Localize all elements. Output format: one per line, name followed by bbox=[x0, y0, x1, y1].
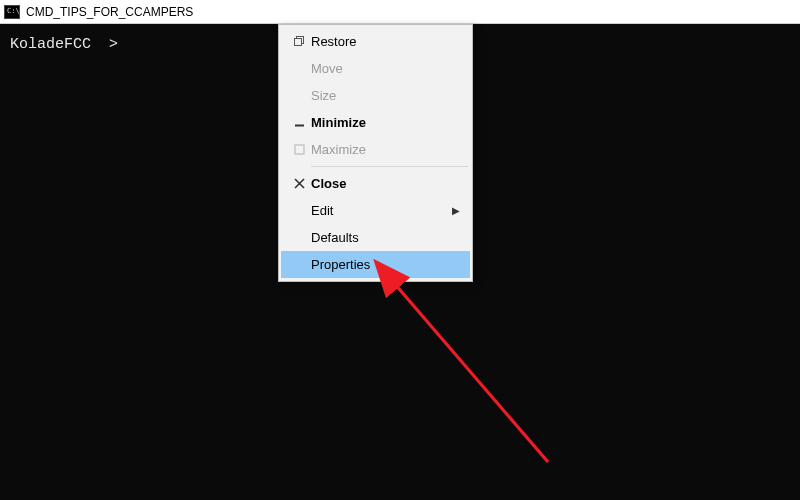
menu-label: Move bbox=[311, 61, 460, 76]
menu-label: Defaults bbox=[311, 230, 460, 245]
svg-rect-3 bbox=[295, 145, 304, 154]
menu-label: Minimize bbox=[311, 115, 460, 130]
svg-rect-1 bbox=[294, 39, 301, 46]
close-icon bbox=[287, 178, 311, 189]
submenu-arrow-icon: ▶ bbox=[452, 205, 460, 216]
menu-label: Properties bbox=[311, 257, 460, 272]
menu-item-defaults[interactable]: Defaults bbox=[281, 224, 470, 251]
menu-label: Size bbox=[311, 88, 460, 103]
menu-label: Edit bbox=[311, 203, 452, 218]
cmd-icon: C:\ bbox=[4, 5, 20, 19]
menu-item-minimize[interactable]: Minimize bbox=[281, 109, 470, 136]
menu-separator bbox=[311, 166, 468, 167]
menu-item-edit[interactable]: Edit ▶ bbox=[281, 197, 470, 224]
window-title: CMD_TIPS_FOR_CCAMPERS bbox=[26, 5, 193, 19]
menu-item-size: Size bbox=[281, 82, 470, 109]
system-context-menu: Restore Move Size Minimize Maximize Clos… bbox=[278, 24, 473, 282]
menu-item-restore[interactable]: Restore bbox=[281, 28, 470, 55]
menu-label: Maximize bbox=[311, 142, 460, 157]
restore-icon bbox=[287, 36, 311, 47]
window-titlebar[interactable]: C:\ CMD_TIPS_FOR_CCAMPERS bbox=[0, 0, 800, 24]
menu-item-move: Move bbox=[281, 55, 470, 82]
menu-item-close[interactable]: Close bbox=[281, 170, 470, 197]
menu-label: Restore bbox=[311, 34, 460, 49]
menu-label: Close bbox=[311, 176, 460, 191]
minimize-icon bbox=[287, 117, 311, 128]
maximize-icon bbox=[287, 144, 311, 155]
menu-item-maximize: Maximize bbox=[281, 136, 470, 163]
menu-item-properties[interactable]: Properties bbox=[281, 251, 470, 278]
